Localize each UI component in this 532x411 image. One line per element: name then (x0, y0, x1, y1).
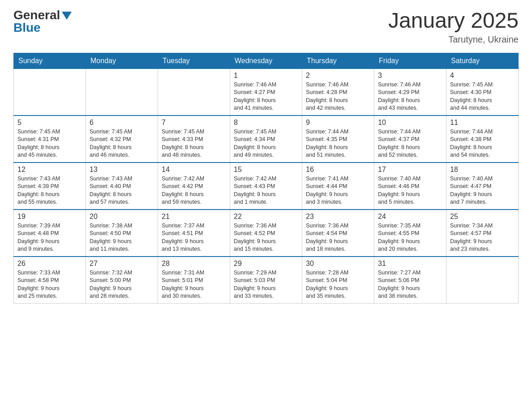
day-cell: 23Sunrise: 7:36 AM Sunset: 4:54 PM Dayli… (302, 210, 374, 257)
day-number: 31 (378, 260, 442, 268)
day-number: 1 (234, 72, 298, 80)
day-number: 24 (378, 213, 442, 221)
day-cell: 22Sunrise: 7:36 AM Sunset: 4:52 PM Dayli… (230, 210, 302, 257)
day-number: 13 (90, 166, 154, 174)
day-number: 4 (450, 72, 515, 80)
day-number: 22 (234, 213, 298, 221)
day-number: 16 (306, 166, 370, 174)
logo: General Blue (13, 9, 72, 34)
day-number: 10 (378, 119, 442, 127)
day-info: Sunrise: 7:36 AM Sunset: 4:52 PM Dayligh… (234, 222, 298, 253)
day-cell: 17Sunrise: 7:40 AM Sunset: 4:46 PM Dayli… (374, 163, 446, 210)
day-info: Sunrise: 7:46 AM Sunset: 4:28 PM Dayligh… (306, 81, 370, 112)
day-cell: 10Sunrise: 7:44 AM Sunset: 4:37 PM Dayli… (374, 116, 446, 163)
svg-marker-0 (62, 12, 72, 20)
calendar-table: SundayMondayTuesdayWednesdayThursdayFrid… (13, 53, 519, 304)
day-info: Sunrise: 7:45 AM Sunset: 4:33 PM Dayligh… (162, 128, 226, 159)
day-number: 7 (162, 119, 226, 127)
week-row-1: 1Sunrise: 7:46 AM Sunset: 4:27 PM Daylig… (14, 68, 519, 116)
day-cell: 1Sunrise: 7:46 AM Sunset: 4:27 PM Daylig… (230, 68, 302, 116)
day-cell: 27Sunrise: 7:32 AM Sunset: 5:00 PM Dayli… (86, 257, 158, 304)
week-row-4: 19Sunrise: 7:39 AM Sunset: 4:48 PM Dayli… (14, 210, 519, 257)
day-number: 23 (306, 213, 370, 221)
day-number: 11 (450, 119, 515, 127)
day-cell: 13Sunrise: 7:43 AM Sunset: 4:40 PM Dayli… (86, 163, 158, 210)
day-cell: 5Sunrise: 7:45 AM Sunset: 4:31 PM Daylig… (14, 116, 86, 163)
day-info: Sunrise: 7:29 AM Sunset: 5:03 PM Dayligh… (234, 269, 298, 300)
day-number: 6 (90, 119, 154, 127)
day-number: 5 (17, 119, 82, 127)
header-cell-saturday: Saturday (446, 53, 519, 68)
header-row: SundayMondayTuesdayWednesdayThursdayFrid… (14, 53, 519, 68)
day-cell (446, 257, 519, 304)
day-cell: 21Sunrise: 7:37 AM Sunset: 4:51 PM Dayli… (158, 210, 230, 257)
day-cell: 29Sunrise: 7:29 AM Sunset: 5:03 PM Dayli… (230, 257, 302, 304)
day-number: 18 (450, 166, 515, 174)
day-info: Sunrise: 7:44 AM Sunset: 4:37 PM Dayligh… (378, 128, 442, 159)
header-cell-monday: Monday (86, 53, 158, 68)
day-number: 25 (450, 213, 515, 221)
day-info: Sunrise: 7:45 AM Sunset: 4:30 PM Dayligh… (450, 81, 515, 112)
day-info: Sunrise: 7:43 AM Sunset: 4:40 PM Dayligh… (90, 175, 154, 206)
day-number: 17 (378, 166, 442, 174)
day-info: Sunrise: 7:46 AM Sunset: 4:29 PM Dayligh… (378, 81, 442, 112)
title-area: January 2025 Tarutyne, Ukraine (388, 9, 519, 45)
page-header: General Blue January 2025 Tarutyne, Ukra… (13, 9, 519, 45)
day-number: 12 (17, 166, 82, 174)
day-info: Sunrise: 7:32 AM Sunset: 5:00 PM Dayligh… (90, 269, 154, 300)
day-cell: 4Sunrise: 7:45 AM Sunset: 4:30 PM Daylig… (446, 68, 519, 116)
day-cell: 2Sunrise: 7:46 AM Sunset: 4:28 PM Daylig… (302, 68, 374, 116)
header-cell-friday: Friday (374, 53, 446, 68)
day-cell: 8Sunrise: 7:45 AM Sunset: 4:34 PM Daylig… (230, 116, 302, 163)
day-info: Sunrise: 7:45 AM Sunset: 4:32 PM Dayligh… (90, 128, 154, 159)
day-cell: 15Sunrise: 7:42 AM Sunset: 4:43 PM Dayli… (230, 163, 302, 210)
day-cell: 20Sunrise: 7:38 AM Sunset: 4:50 PM Dayli… (86, 210, 158, 257)
day-number: 26 (17, 260, 82, 268)
day-number: 20 (90, 213, 154, 221)
day-info: Sunrise: 7:46 AM Sunset: 4:27 PM Dayligh… (234, 81, 298, 112)
day-cell: 24Sunrise: 7:35 AM Sunset: 4:55 PM Dayli… (374, 210, 446, 257)
day-info: Sunrise: 7:31 AM Sunset: 5:01 PM Dayligh… (162, 269, 226, 300)
day-info: Sunrise: 7:42 AM Sunset: 4:43 PM Dayligh… (234, 175, 298, 206)
day-info: Sunrise: 7:43 AM Sunset: 4:39 PM Dayligh… (17, 175, 82, 206)
day-cell: 19Sunrise: 7:39 AM Sunset: 4:48 PM Dayli… (14, 210, 86, 257)
day-cell: 12Sunrise: 7:43 AM Sunset: 4:39 PM Dayli… (14, 163, 86, 210)
day-cell (158, 68, 230, 116)
day-number: 8 (234, 119, 298, 127)
day-info: Sunrise: 7:45 AM Sunset: 4:31 PM Dayligh… (17, 128, 82, 159)
day-cell: 26Sunrise: 7:33 AM Sunset: 4:58 PM Dayli… (14, 257, 86, 304)
day-number: 3 (378, 72, 442, 80)
day-cell: 7Sunrise: 7:45 AM Sunset: 4:33 PM Daylig… (158, 116, 230, 163)
day-info: Sunrise: 7:41 AM Sunset: 4:44 PM Dayligh… (306, 175, 370, 206)
day-cell: 3Sunrise: 7:46 AM Sunset: 4:29 PM Daylig… (374, 68, 446, 116)
day-info: Sunrise: 7:40 AM Sunset: 4:47 PM Dayligh… (450, 175, 515, 206)
day-info: Sunrise: 7:27 AM Sunset: 5:06 PM Dayligh… (378, 269, 442, 300)
day-number: 30 (306, 260, 370, 268)
day-number: 14 (162, 166, 226, 174)
header-cell-tuesday: Tuesday (158, 53, 230, 68)
week-row-5: 26Sunrise: 7:33 AM Sunset: 4:58 PM Dayli… (14, 257, 519, 304)
day-info: Sunrise: 7:34 AM Sunset: 4:57 PM Dayligh… (450, 222, 515, 253)
month-title: January 2025 (388, 9, 519, 33)
day-cell: 30Sunrise: 7:28 AM Sunset: 5:04 PM Dayli… (302, 257, 374, 304)
day-info: Sunrise: 7:36 AM Sunset: 4:54 PM Dayligh… (306, 222, 370, 253)
day-info: Sunrise: 7:39 AM Sunset: 4:48 PM Dayligh… (17, 222, 82, 253)
header-cell-sunday: Sunday (14, 53, 86, 68)
week-row-2: 5Sunrise: 7:45 AM Sunset: 4:31 PM Daylig… (14, 116, 519, 163)
day-cell: 31Sunrise: 7:27 AM Sunset: 5:06 PM Dayli… (374, 257, 446, 304)
day-info: Sunrise: 7:40 AM Sunset: 4:46 PM Dayligh… (378, 175, 442, 206)
day-cell (86, 68, 158, 116)
day-info: Sunrise: 7:28 AM Sunset: 5:04 PM Dayligh… (306, 269, 370, 300)
header-cell-wednesday: Wednesday (230, 53, 302, 68)
location-title: Tarutyne, Ukraine (388, 34, 519, 45)
day-number: 19 (17, 213, 82, 221)
day-number: 21 (162, 213, 226, 221)
day-cell (14, 68, 86, 116)
logo-triangle-icon (62, 10, 72, 20)
logo-blue-text: Blue (13, 21, 41, 34)
day-cell: 25Sunrise: 7:34 AM Sunset: 4:57 PM Dayli… (446, 210, 519, 257)
day-cell: 16Sunrise: 7:41 AM Sunset: 4:44 PM Dayli… (302, 163, 374, 210)
day-number: 9 (306, 119, 370, 127)
day-info: Sunrise: 7:45 AM Sunset: 4:34 PM Dayligh… (234, 128, 298, 159)
day-cell: 18Sunrise: 7:40 AM Sunset: 4:47 PM Dayli… (446, 163, 519, 210)
